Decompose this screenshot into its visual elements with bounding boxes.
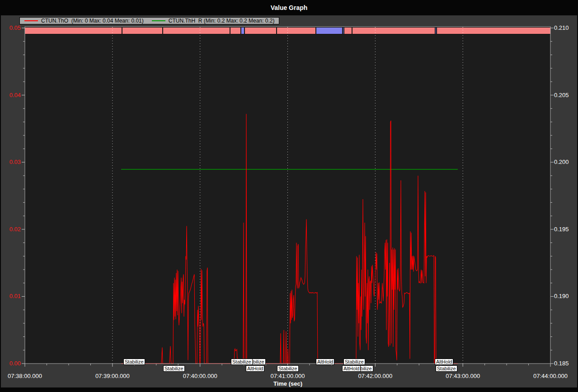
y-right-tick-label: 0.210 [554,24,577,31]
mode-segment-stabilize [276,27,315,34]
page-title: Value Graph [0,4,578,11]
y-left-tick-label: 0.01 [4,293,21,299]
legend-entry-thh: CTUN.ThH R (Min: 0.2 Max: 0.2 Mean: 0.2) [152,18,275,24]
x-tick-label: 07:43:00.000 [441,373,484,379]
x-tick-label: 07:38:00.000 [3,373,47,379]
y-right-tick-label: 0.200 [554,159,577,165]
red-line-sample-icon [24,20,38,21]
y-left-tick-label: 0.03 [4,159,21,165]
y-left-tick-label: 0.05 [4,24,21,31]
x-axis-title: Time (sec) [252,380,324,387]
green-line-sample-icon [152,20,165,21]
y-right-tick-label: 0.205 [554,92,577,98]
mode-segment-stabilize [230,27,240,34]
value-graph-window: Value Graph CTUN.ThO (Min: 0 Max: 0.04 M… [0,0,578,392]
mode-flag-stabilize: Stabilize [277,365,299,372]
mode-flag-stabilize: Stabilize [231,359,253,365]
mode-flag-althold: AltHold [435,359,453,365]
mode-segment-stabilize [352,27,435,34]
flight-mode-bar [25,27,550,34]
mode-flag-stabilize: Stabilize [343,359,365,365]
mode-segment-stabilize [162,27,230,34]
mode-segment-althold [240,27,244,34]
mode-flag-althold: AltHold [246,365,264,372]
mode-segment-stabilize [343,27,352,34]
x-tick-label: 07:42:00.000 [353,373,397,379]
legend: CTUN.ThO (Min: 0 Max: 0.04 Mean: 0.01) C… [19,17,279,24]
legend-label-thh: CTUN.ThH R (Min: 0.2 Max: 0.2 Mean: 0.2) [169,18,275,24]
x-tick-label: 07:39:00.000 [91,373,134,379]
y-right-tick-label: 0.195 [554,226,577,233]
x-tick-label: 07:44:00.000 [529,373,572,379]
y-left-tick-label: 0.00 [4,360,21,367]
x-tick-label: 07:41:00.000 [266,373,310,379]
mode-flag-althold: AltHold [342,365,361,372]
mode-flag-stabilize: Stabilize [436,365,457,372]
y-right-tick-label: 0.190 [554,293,577,299]
plot-area [25,27,550,364]
mode-segment-stabilize [122,27,162,34]
legend-label-tho: CTUN.ThO (Min: 0 Max: 0.04 Mean: 0.01) [41,18,144,24]
mode-flag-stabilize: Stabilize [163,365,185,372]
mode-flag-stabilize: Stabilize [123,359,145,365]
legend-entry-tho: CTUN.ThO (Min: 0 Max: 0.04 Mean: 0.01) [24,18,144,24]
mode-segment-althold [315,27,342,34]
y-right-tick-label: 0.185 [554,360,577,367]
mode-segment-stabilize [25,27,122,34]
x-tick-label: 07:40:00.000 [179,373,222,379]
y-left-tick-label: 0.02 [4,226,21,233]
mode-segment-stabilize [436,27,550,34]
mode-segment-stabilize [244,27,276,34]
mode-flag-althold: AltHold [316,359,334,365]
y-left-tick-label: 0.04 [4,92,21,98]
